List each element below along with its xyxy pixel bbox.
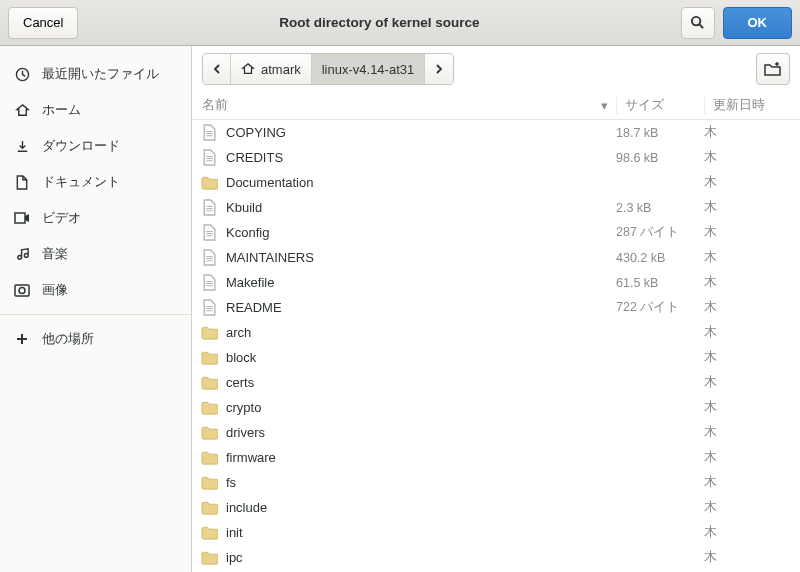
path-segment-label: linux-v4.14-at31 <box>322 62 415 77</box>
file-date: 木 <box>704 299 800 316</box>
file-name: Makefile <box>226 275 616 290</box>
table-row[interactable]: drivers木 <box>192 420 800 445</box>
file-size: 2.3 kB <box>616 201 704 215</box>
file-name: Kconfig <box>226 225 616 240</box>
table-row[interactable]: MAINTAINERS430.2 kB木 <box>192 245 800 270</box>
titlebar: Cancel Root directory of kernel source O… <box>0 0 800 46</box>
file-date: 木 <box>704 174 800 191</box>
sidebar-item-video[interactable]: ビデオ <box>0 200 191 236</box>
file-name: CREDITS <box>226 150 616 165</box>
search-icon <box>690 15 705 30</box>
file-date: 木 <box>704 549 800 566</box>
table-row[interactable]: certs木 <box>192 370 800 395</box>
table-row[interactable]: CREDITS98.6 kB木 <box>192 145 800 170</box>
sidebar-item-label: 最近開いたファイル <box>42 65 159 83</box>
file-date: 木 <box>704 124 800 141</box>
folder-icon <box>200 349 218 367</box>
file-name: crypto <box>226 400 616 415</box>
table-row[interactable]: firmware木 <box>192 445 800 470</box>
path-segment-label: atmark <box>261 62 301 77</box>
file-date: 木 <box>704 449 800 466</box>
sidebar-item-home[interactable]: ホーム <box>0 92 191 128</box>
column-header-name[interactable]: 名前 ▾ <box>192 97 616 114</box>
table-row[interactable]: README722 バイト木 <box>192 295 800 320</box>
file-date: 木 <box>704 274 800 291</box>
clock-icon <box>14 66 30 82</box>
chevron-right-icon <box>435 64 443 74</box>
picture-icon <box>14 282 30 298</box>
new-folder-icon <box>764 62 782 76</box>
table-row[interactable]: init木 <box>192 520 800 545</box>
file-name: COPYING <box>226 125 616 140</box>
sidebar-item-picture[interactable]: 画像 <box>0 272 191 308</box>
file-date: 木 <box>704 249 800 266</box>
ok-button[interactable]: OK <box>723 7 793 39</box>
column-header-size[interactable]: サイズ <box>616 97 704 114</box>
sidebar: 最近開いたファイルホームダウンロードドキュメントビデオ音楽画像 他の場所 <box>0 46 192 572</box>
file-size: 430.2 kB <box>616 251 704 265</box>
file-icon <box>200 249 218 267</box>
sidebar-item-music[interactable]: 音楽 <box>0 236 191 272</box>
table-row[interactable]: arch木 <box>192 320 800 345</box>
svg-point-5 <box>19 287 25 293</box>
new-folder-button[interactable] <box>756 53 790 85</box>
file-icon <box>200 199 218 217</box>
video-icon <box>14 210 30 226</box>
table-row[interactable]: include木 <box>192 495 800 520</box>
folder-icon <box>200 324 218 342</box>
file-name: drivers <box>226 425 616 440</box>
path-segment-home[interactable]: atmark <box>231 54 312 84</box>
sidebar-item-clock[interactable]: 最近開いたファイル <box>0 56 191 92</box>
download-icon <box>14 138 30 154</box>
sidebar-item-label: ドキュメント <box>42 173 120 191</box>
file-icon <box>200 274 218 292</box>
svg-rect-3 <box>15 213 25 223</box>
pathbar: atmark linux-v4.14-at31 <box>192 46 800 92</box>
table-row[interactable]: Makefile61.5 kB木 <box>192 270 800 295</box>
folder-icon <box>200 449 218 467</box>
sidebar-item-download[interactable]: ダウンロード <box>0 128 191 164</box>
cancel-button[interactable]: Cancel <box>8 7 78 39</box>
sidebar-item-label: 画像 <box>42 281 68 299</box>
plus-icon <box>14 331 30 347</box>
column-header-date[interactable]: 更新日時 <box>704 97 800 114</box>
file-date: 木 <box>704 199 800 216</box>
file-name: ipc <box>226 550 616 565</box>
table-row[interactable]: Kbuild2.3 kB木 <box>192 195 800 220</box>
path-segment-current[interactable]: linux-v4.14-at31 <box>312 54 426 84</box>
path-back-button[interactable] <box>203 54 231 84</box>
table-row[interactable]: block木 <box>192 345 800 370</box>
file-date: 木 <box>704 149 800 166</box>
file-name: Kbuild <box>226 200 616 215</box>
document-icon <box>14 174 30 190</box>
table-row[interactable]: Kconfig287 バイト木 <box>192 220 800 245</box>
window-title: Root directory of kernel source <box>86 15 672 30</box>
music-icon <box>14 246 30 262</box>
file-icon <box>200 149 218 167</box>
file-icon <box>200 299 218 317</box>
sidebar-item-label: 他の場所 <box>42 330 94 348</box>
svg-line-1 <box>699 24 703 28</box>
file-name: include <box>226 500 616 515</box>
svg-point-0 <box>692 17 700 25</box>
chevron-left-icon <box>213 64 221 74</box>
file-name: firmware <box>226 450 616 465</box>
search-button[interactable] <box>681 7 715 39</box>
table-row[interactable]: crypto木 <box>192 395 800 420</box>
table-row[interactable]: COPYING18.7 kB木 <box>192 120 800 145</box>
file-name: Documentation <box>226 175 616 190</box>
path-forward-button[interactable] <box>425 54 453 84</box>
path-segments: atmark linux-v4.14-at31 <box>202 53 454 85</box>
file-list[interactable]: COPYING18.7 kB木CREDITS98.6 kB木Documentat… <box>192 120 800 572</box>
sidebar-item-other-places[interactable]: 他の場所 <box>0 321 191 357</box>
file-name: README <box>226 300 616 315</box>
table-row[interactable]: Documentation木 <box>192 170 800 195</box>
folder-icon <box>200 399 218 417</box>
folder-icon <box>200 524 218 542</box>
sidebar-item-document[interactable]: ドキュメント <box>0 164 191 200</box>
file-date: 木 <box>704 324 800 341</box>
sidebar-divider <box>0 314 191 315</box>
table-row[interactable]: ipc木 <box>192 545 800 570</box>
table-row[interactable]: fs木 <box>192 470 800 495</box>
main-panel: atmark linux-v4.14-at31 名前 ▾ サイズ 更新日時 <box>192 46 800 572</box>
